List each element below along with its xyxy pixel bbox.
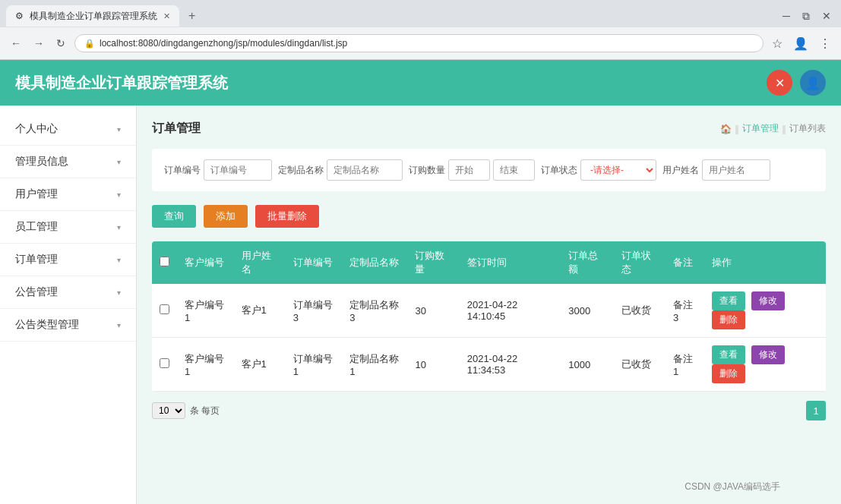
sidebar-label-personal: 个人中心 [15,122,58,136]
td-qty-1: 30 [407,284,459,338]
edit-btn-2[interactable]: 修改 [751,345,785,364]
sidebar-item-admin-info[interactable]: 管理员信息 ▾ [0,146,136,178]
input-qty-end[interactable] [493,159,535,181]
tab-bar: ⚙ 模具制造企业订单跟踪管理系统 ✕ + ─ ⧉ ✕ [0,0,841,27]
breadcrumb-level1[interactable]: 订单管理 [742,122,779,135]
batch-delete-btn[interactable]: 批量删除 [255,205,319,228]
td-remark-2: 备注1 [666,338,704,392]
profile-btn[interactable]: 👤 [791,34,811,53]
td-username-1: 客户1 [234,284,286,338]
th-customer-id: 客户编号 [177,241,234,284]
label-qty: 订购数量 [409,164,445,177]
header-close-btn[interactable]: ✕ [767,70,792,96]
td-order-no-1: 订单编号3 [286,284,343,338]
td-total-1: 3000 [561,284,614,338]
breadcrumb: 🏠 ‖ 订单管理 ‖ 订单列表 [720,122,826,135]
bookmark-btn[interactable]: ☆ [770,34,785,53]
label-status: 订单状态 [541,164,577,177]
sidebar-item-personal[interactable]: 个人中心 ▾ [0,113,136,146]
sidebar-arrow-notice-type-mgmt: ▾ [117,321,121,329]
input-qty-start[interactable] [448,159,490,181]
view-btn-2[interactable]: 查看 [712,345,745,364]
input-order-no[interactable] [204,159,272,181]
breadcrumb-sep1: ‖ [735,124,739,134]
per-page-select[interactable]: 10 20 50 [152,402,185,419]
breadcrumb-home-icon[interactable]: 🏠 [720,124,732,134]
sidebar-item-staff-mgmt[interactable]: 员工管理 ▾ [0,211,136,244]
th-order-no: 订单编号 [286,241,343,284]
form-group-qty: 订购数量 [409,159,535,181]
search-btn[interactable]: 查询 [152,205,196,228]
view-btn-1[interactable]: 查看 [712,291,745,310]
per-page-label: 条 每页 [190,405,220,417]
delete-btn-2[interactable]: 删除 [712,364,745,383]
minimize-btn[interactable]: ─ [779,8,794,24]
sidebar-label-notice-type-mgmt: 公告类型管理 [15,318,79,332]
header-icons: ✕ 👤 [767,70,826,96]
sidebar-item-notice-type-mgmt[interactable]: 公告类型管理 ▾ [0,309,136,342]
td-op-2: 查看 修改 删除 [704,338,826,392]
select-all-checkbox[interactable] [160,257,169,266]
th-sign-time: 签订时间 [460,241,561,284]
window-controls: ─ ⧉ ✕ [779,8,835,24]
td-product-name-1: 定制品名称3 [342,284,407,338]
td-customer-id-2: 客户编号1 [177,338,234,392]
restore-btn[interactable]: ⧉ [798,8,814,24]
url-text: localhost:8080/dingdangenzhong/jsp/modul… [100,38,347,49]
search-form: 订单编号 定制品名称 订购数量 订单状态 -请选择- 已收货 未收货 处理中 [152,149,826,191]
td-status-1: 已收货 [614,284,666,338]
input-product-name[interactable] [327,159,403,181]
lock-icon: 🔒 [84,39,95,49]
td-op-1: 查看 修改 删除 [704,284,826,338]
tab-close-btn[interactable]: ✕ [163,11,170,21]
sidebar-label-staff-mgmt: 员工管理 [15,220,58,234]
close-btn[interactable]: ✕ [818,8,835,24]
edit-btn-1[interactable]: 修改 [751,291,785,310]
sidebar-item-notice-mgmt[interactable]: 公告管理 ▾ [0,276,136,309]
sidebar-arrow-personal: ▾ [117,125,121,134]
form-group-order-no: 订单编号 [164,159,272,181]
menu-btn[interactable]: ⋮ [817,34,833,53]
row1-checkbox[interactable] [160,304,169,314]
back-btn[interactable]: ← [8,34,24,52]
header-user-btn[interactable]: 👤 [800,70,826,96]
table-row: 客户编号1 客户1 订单编号1 定制品名称1 10 2021-04-22 11:… [152,338,826,392]
page-header: 订单管理 🏠 ‖ 订单管理 ‖ 订单列表 [152,121,826,137]
td-remark-1: 备注3 [666,284,704,338]
td-checkbox-1 [152,284,177,338]
browser-chrome: ⚙ 模具制造企业订单跟踪管理系统 ✕ + ─ ⧉ ✕ ← → ↻ 🔒 local… [0,0,841,60]
delete-btn-1[interactable]: 删除 [712,310,745,329]
td-status-2: 已收货 [614,338,666,392]
form-group-status: 订单状态 -请选择- 已收货 未收货 处理中 [541,159,656,181]
page-1-btn[interactable]: 1 [806,401,826,421]
refresh-btn[interactable]: ↻ [53,34,68,52]
sidebar-arrow-staff-mgmt: ▾ [117,223,121,232]
label-order-no: 订单编号 [164,164,201,177]
sidebar-label-order-mgmt: 订单管理 [15,253,58,266]
table-row: 客户编号1 客户1 订单编号3 定制品名称3 30 2021-04-22 14:… [152,284,826,338]
td-username-2: 客户1 [234,338,286,392]
forward-btn[interactable]: → [30,34,47,52]
form-group-username: 用户姓名 [662,159,770,181]
tab-favicon: ⚙ [15,11,24,21]
data-table: 客户编号 用户姓名 订单编号 定制品名称 订购数量 签订时间 订单总额 订单状态… [152,241,826,392]
table-head: 客户编号 用户姓名 订单编号 定制品名称 订购数量 签订时间 订单总额 订单状态… [152,241,826,284]
sidebar-label-notice-mgmt: 公告管理 [15,285,58,299]
input-username[interactable] [702,159,770,181]
page-title: 订单管理 [152,121,201,137]
td-sign-time-2: 2021-04-22 11:34:53 [460,338,561,392]
sidebar-item-order-mgmt[interactable]: 订单管理 ▾ [0,244,136,276]
label-product-name: 定制品名称 [278,164,324,177]
td-checkbox-2 [152,338,177,392]
th-remark: 备注 [666,241,704,284]
add-btn[interactable]: 添加 [204,205,248,228]
label-username: 用户姓名 [662,164,699,177]
breadcrumb-level2: 订单列表 [789,122,826,135]
row2-checkbox[interactable] [160,358,169,368]
app-header: 模具制造企业订单跟踪管理系统 ✕ 👤 [0,60,841,106]
sidebar-item-user-mgmt[interactable]: 用户管理 ▾ [0,178,136,211]
new-tab-btn[interactable]: + [184,8,200,24]
url-bar[interactable]: 🔒 localhost:8080/dingdangenzhong/jsp/mod… [74,34,764,52]
th-username: 用户姓名 [234,241,286,284]
select-status[interactable]: -请选择- 已收货 未收货 处理中 [580,159,656,181]
